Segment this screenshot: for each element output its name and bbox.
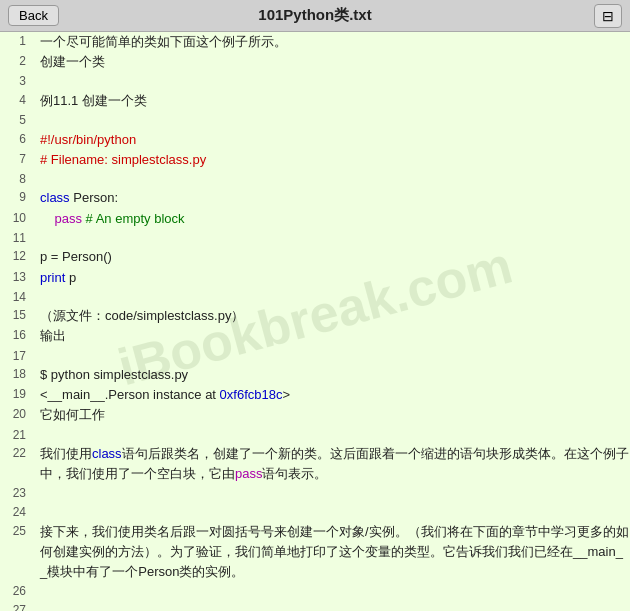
table-row: 8	[0, 170, 630, 189]
table-row: 6#!/usr/bin/python	[0, 130, 630, 150]
line-number: 12	[0, 247, 36, 267]
code-table: 1一个尽可能简单的类如下面这个例子所示。2创建一个类34例11.1 创建一个类5…	[0, 32, 630, 611]
line-content: 创建一个类	[36, 52, 630, 72]
table-row: 20它如何工作	[0, 405, 630, 425]
line-content	[36, 582, 630, 601]
table-row: 1一个尽可能简单的类如下面这个例子所示。	[0, 32, 630, 52]
title-bar: Back 101Python类.txt ⊟	[0, 0, 630, 32]
line-number: 17	[0, 347, 36, 366]
line-number: 22	[0, 444, 36, 484]
line-content: 例11.1 创建一个类	[36, 91, 630, 111]
line-content	[36, 484, 630, 503]
table-row: 26	[0, 582, 630, 601]
table-row: 15（源文件：code/simplestclass.py）	[0, 306, 630, 326]
table-row: 13print p	[0, 268, 630, 288]
line-content	[36, 288, 630, 307]
line-number: 15	[0, 306, 36, 326]
line-content: print p	[36, 268, 630, 288]
line-number: 20	[0, 405, 36, 425]
line-content	[36, 111, 630, 130]
menu-icon: ⊟	[602, 8, 614, 24]
line-content: 它如何工作	[36, 405, 630, 425]
table-row: 2创建一个类	[0, 52, 630, 72]
line-content: 输出	[36, 326, 630, 346]
table-row: 22我们使用class语句后跟类名，创建了一个新的类。这后面跟着一个缩进的语句块…	[0, 444, 630, 484]
line-number: 19	[0, 385, 36, 405]
line-content	[36, 347, 630, 366]
table-row: 23	[0, 484, 630, 503]
line-content: pass # An empty block	[36, 209, 630, 229]
table-row: 11	[0, 229, 630, 248]
line-content	[36, 503, 630, 522]
menu-icon-button[interactable]: ⊟	[594, 4, 622, 28]
line-number: 13	[0, 268, 36, 288]
table-row: 27	[0, 601, 630, 611]
line-content: class Person:	[36, 188, 630, 208]
table-row: 3	[0, 72, 630, 91]
content-area: iBookbreak.com 1一个尽可能简单的类如下面这个例子所示。2创建一个…	[0, 32, 630, 611]
line-content	[36, 170, 630, 189]
table-row: 4例11.1 创建一个类	[0, 91, 630, 111]
line-number: 26	[0, 582, 36, 601]
table-row: 16输出	[0, 326, 630, 346]
line-number: 1	[0, 32, 36, 52]
back-button[interactable]: Back	[8, 5, 59, 26]
line-content: $ python simplestclass.py	[36, 365, 630, 385]
table-row: 9class Person:	[0, 188, 630, 208]
line-number: 4	[0, 91, 36, 111]
line-content: 我们使用class语句后跟类名，创建了一个新的类。这后面跟着一个缩进的语句块形成…	[36, 444, 630, 484]
line-number: 25	[0, 522, 36, 582]
table-row: 17	[0, 347, 630, 366]
line-content: # Filename: simplestclass.py	[36, 150, 630, 170]
line-content	[36, 229, 630, 248]
table-row: 7# Filename: simplestclass.py	[0, 150, 630, 170]
line-content	[36, 601, 630, 611]
line-number: 11	[0, 229, 36, 248]
table-row: 24	[0, 503, 630, 522]
table-row: 12p = Person()	[0, 247, 630, 267]
line-number: 21	[0, 426, 36, 445]
line-content: #!/usr/bin/python	[36, 130, 630, 150]
line-content: （源文件：code/simplestclass.py）	[36, 306, 630, 326]
line-number: 6	[0, 130, 36, 150]
line-content: 接下来，我们使用类名后跟一对圆括号号来创建一个对象/实例。（我们将在下面的章节中…	[36, 522, 630, 582]
table-row: 25接下来，我们使用类名后跟一对圆括号号来创建一个对象/实例。（我们将在下面的章…	[0, 522, 630, 582]
line-number: 3	[0, 72, 36, 91]
line-number: 27	[0, 601, 36, 611]
line-content	[36, 426, 630, 445]
table-row: 5	[0, 111, 630, 130]
line-number: 18	[0, 365, 36, 385]
line-number: 24	[0, 503, 36, 522]
line-content: 一个尽可能简单的类如下面这个例子所示。	[36, 32, 630, 52]
table-row: 14	[0, 288, 630, 307]
file-title: 101Python类.txt	[258, 6, 371, 25]
line-number: 9	[0, 188, 36, 208]
table-row: 10 pass # An empty block	[0, 209, 630, 229]
table-row: 21	[0, 426, 630, 445]
table-row: 18$ python simplestclass.py	[0, 365, 630, 385]
line-number: 14	[0, 288, 36, 307]
table-row: 19<__main__.Person instance at 0xf6fcb18…	[0, 385, 630, 405]
line-number: 10	[0, 209, 36, 229]
line-number: 16	[0, 326, 36, 346]
line-number: 8	[0, 170, 36, 189]
line-number: 2	[0, 52, 36, 72]
line-number: 7	[0, 150, 36, 170]
line-number: 5	[0, 111, 36, 130]
line-content: p = Person()	[36, 247, 630, 267]
line-number: 23	[0, 484, 36, 503]
line-content: <__main__.Person instance at 0xf6fcb18c>	[36, 385, 630, 405]
line-content	[36, 72, 630, 91]
